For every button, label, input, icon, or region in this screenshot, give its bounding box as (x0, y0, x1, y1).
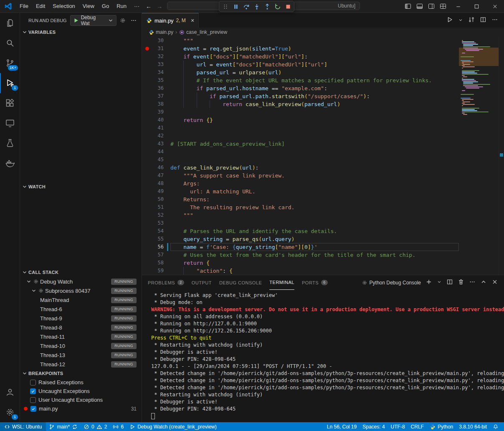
editor-gutter[interactable]: 43 (142, 140, 170, 148)
menu-file[interactable]: File (16, 0, 32, 13)
panel-tab-terminal[interactable]: TERMINAL (269, 276, 294, 290)
statusbar-forwarded-ports[interactable]: 6 (110, 422, 127, 431)
editor-gutter[interactable]: 38 (142, 100, 170, 108)
views-more-actions-button[interactable] (129, 16, 138, 25)
close-tab-button[interactable]: × (191, 18, 194, 23)
call-stack-row[interactable]: Subprocess 80437RUNNING (20, 286, 142, 295)
breakpoint-checkbox[interactable] (30, 406, 36, 412)
code-line[interactable]: 35# If the event object URL matches a sp… (142, 76, 459, 84)
editor-gutter[interactable]: 35 (142, 76, 170, 84)
code-line[interactable]: 44 (142, 148, 459, 156)
editor-gutter[interactable]: 44 (142, 148, 170, 156)
editor-gutter[interactable]: 30 (142, 37, 170, 45)
stop-button[interactable] (283, 2, 293, 11)
activity-item-testing[interactable] (0, 133, 20, 153)
menu-more[interactable]: ··· (130, 0, 143, 13)
editor-gutter[interactable]: 41 (142, 124, 170, 132)
toggle-panel-button[interactable] (414, 0, 425, 13)
editor-gutter[interactable]: 58 (142, 259, 170, 267)
minimize-button[interactable] (449, 0, 467, 13)
statusbar-remote-indicator[interactable]: WSL: Ubuntu (0, 422, 46, 431)
kill-terminal-button[interactable] (458, 279, 464, 286)
editor-gutter[interactable]: 53 (142, 219, 170, 227)
code-line[interactable]: 54# Parses the URL and identify the case… (142, 227, 459, 235)
breakpoint-checkbox[interactable] (30, 397, 36, 403)
activity-item-remote-explorer[interactable] (0, 113, 20, 133)
code-line[interactable]: 53 (142, 219, 459, 227)
code-line[interactable]: 40return {} (142, 116, 459, 124)
close-button[interactable] (486, 0, 504, 13)
editor-gutter[interactable]: 56 (142, 243, 170, 251)
code-line[interactable]: 57# Uses the text from the card's header… (142, 251, 459, 259)
editor-gutter[interactable]: 48 (142, 180, 170, 188)
activity-item-source-control[interactable]: 1K+ (0, 53, 20, 73)
editor-gutter[interactable]: 40 (142, 116, 170, 124)
editor-gutter[interactable]: 33 (142, 61, 170, 68)
editor-gutter[interactable]: 42 (142, 132, 170, 140)
code-line[interactable]: 33url = event["docs"]["matchedUrl"]["url… (142, 61, 459, 68)
call-stack-row[interactable]: Thread-12RUNNING (20, 360, 142, 369)
editor-gutter[interactable]: 39 (142, 108, 170, 116)
code-line[interactable]: 59"action": { (142, 267, 459, 275)
statusbar-git-branch[interactable]: main* (46, 422, 81, 431)
panel-tab-problems[interactable]: PROBLEMS2 (148, 276, 184, 290)
customize-layout-button[interactable] (437, 0, 449, 13)
more-actions-button[interactable] (491, 16, 498, 25)
close-panel-button[interactable] (491, 279, 498, 286)
panel-tab-ports[interactable]: PORTS6 (302, 276, 328, 290)
editor-gutter[interactable]: 37 (142, 92, 170, 100)
editor-gutter[interactable]: 57 (142, 251, 170, 259)
debug-launch-dropdown[interactable]: Debug Wat (70, 15, 117, 26)
code-line[interactable]: 48Args: (142, 180, 459, 188)
editor-gutter[interactable]: 54 (142, 227, 170, 235)
statusbar-indentation[interactable]: Spaces: 4 (360, 422, 387, 431)
activity-item-search[interactable] (0, 33, 20, 53)
code-line[interactable]: 41 (142, 124, 459, 132)
menu-selection[interactable]: Selection (49, 0, 79, 13)
go-back-button[interactable]: ← (143, 3, 154, 10)
statusbar-notifications[interactable] (490, 422, 501, 431)
editor-gutter[interactable]: 45 (142, 156, 170, 164)
debug-settings-button[interactable] (118, 16, 127, 25)
breakpoint-dot-icon[interactable] (145, 47, 149, 51)
toggle-sidebar-button[interactable] (402, 0, 414, 13)
editor-gutter[interactable]: 55 (142, 235, 170, 243)
activity-item-accounts[interactable] (0, 382, 20, 402)
maximize-button[interactable] (467, 0, 486, 13)
breakpoint-checkbox[interactable] (30, 380, 36, 385)
statusbar-language-mode[interactable]: Python (427, 422, 456, 431)
call-stack-row[interactable]: Thread-10RUNNING (20, 341, 142, 350)
code-line[interactable]: 51 The resulting preview link card. (142, 203, 459, 211)
editor-gutter[interactable]: 31 (142, 45, 170, 53)
section-call-stack[interactable]: CALL STACK (20, 268, 142, 277)
code-editor[interactable]: 30"""31event = req.get_json(silent=True)… (142, 37, 504, 275)
code-line[interactable]: 58return { (142, 259, 459, 267)
pause-button[interactable] (230, 2, 241, 11)
editor-gutter[interactable]: 51 (142, 203, 170, 211)
breakpoint-row[interactable]: Raised Exceptions (20, 378, 142, 387)
breakpoint-checkbox[interactable] (30, 388, 36, 394)
statusbar-eol-sequence[interactable]: CRLF (408, 422, 427, 431)
call-stack-row[interactable]: MainThreadRUNNING (20, 295, 142, 304)
editor-gutter[interactable]: 34 (142, 68, 170, 76)
menu-run[interactable]: Run (113, 0, 130, 13)
activity-item-docker[interactable] (0, 153, 20, 173)
code-line[interactable]: 45 (142, 156, 459, 164)
start-debugging-icon[interactable] (73, 18, 79, 23)
editor-gutter[interactable]: 52 (142, 211, 170, 219)
restart-button[interactable] (272, 2, 283, 11)
code-line[interactable]: 37if parsed_url.path.startswith("/suppor… (142, 92, 459, 100)
variables-body[interactable] (20, 37, 142, 182)
editor-gutter[interactable]: 50 (142, 195, 170, 203)
run-python-file-button[interactable] (446, 16, 453, 25)
drag-handle-button[interactable] (220, 2, 230, 11)
terminal-output[interactable]: * Serving Flask app 'create_link_preview… (142, 290, 504, 422)
split-terminal-button[interactable] (446, 279, 453, 286)
editor-gutter[interactable]: 36 (142, 84, 170, 92)
go-forward-button[interactable]: → (154, 3, 165, 10)
code-line[interactable]: 39 (142, 108, 459, 116)
section-breakpoints[interactable]: BREAKPOINTS (20, 369, 142, 378)
watch-body[interactable] (20, 191, 142, 268)
step-over-button[interactable] (241, 2, 251, 11)
menu-edit[interactable]: Edit (32, 0, 49, 13)
